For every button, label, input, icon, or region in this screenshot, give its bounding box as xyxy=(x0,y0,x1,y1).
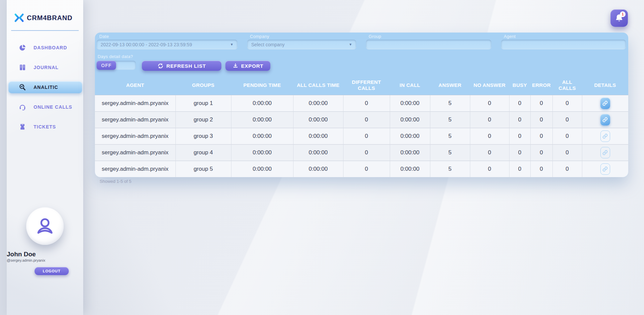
avatar xyxy=(26,207,64,245)
cell-agent: sergey.admin-adm.pryanix xyxy=(95,111,175,128)
cell-pending-time: 0:00:00 xyxy=(231,161,293,177)
cell-details xyxy=(582,111,628,128)
agents-table: AGENT GROUPS PENDING TIME ALL CALLS TIME… xyxy=(95,75,628,177)
sidebar-item-label: DASHBOARD xyxy=(34,45,67,50)
sidebar: CRM4BRAND DASHBOARD JOURNAL xyxy=(7,0,83,315)
table-row: sergey.admin-adm.pryanix group 2 0:00:00… xyxy=(95,111,628,128)
analytics-magnifier-icon xyxy=(19,84,26,91)
cell-busy: 0 xyxy=(509,128,530,144)
cell-all-calls: 0 xyxy=(552,111,582,128)
col-header-in-call: IN CALL xyxy=(390,75,430,95)
cell-busy: 0 xyxy=(509,111,530,128)
left-edge-strip xyxy=(0,0,7,315)
link-icon xyxy=(602,101,608,106)
export-label: EXPORT xyxy=(241,63,263,69)
filter-bar: Date 2022-09-13 00:00:00 - 2022-09-13 23… xyxy=(95,33,628,75)
cell-details xyxy=(582,95,628,111)
cell-no-answer: 0 xyxy=(470,111,509,128)
cell-all-calls: 0 xyxy=(552,161,582,177)
headset-icon xyxy=(19,103,26,111)
agents-table-wrap: AGENT GROUPS PENDING TIME ALL CALLS TIME… xyxy=(95,75,628,177)
col-header-error: ERROR xyxy=(530,75,552,95)
logout-button[interactable]: LOGOUT xyxy=(35,267,69,275)
toggle-off-knob: OFF xyxy=(97,61,116,70)
cell-error: 0 xyxy=(530,111,552,128)
cell-all-calls: 0 xyxy=(552,128,582,144)
details-link-button[interactable] xyxy=(600,147,610,158)
logo-divider xyxy=(11,30,79,31)
sidebar-item-tickets[interactable]: TICKETS xyxy=(8,121,82,133)
details-link-button[interactable] xyxy=(600,163,610,175)
details-link-button[interactable] xyxy=(600,114,610,125)
pie-chart-icon xyxy=(19,44,26,51)
user-handle: @sergey.admin.pryanix xyxy=(7,258,83,262)
cell-all-calls-time: 0:00:00 xyxy=(293,161,343,177)
agent-input[interactable] xyxy=(505,40,622,49)
table-row: sergey.admin-adm.pryanix group 4 0:00:00… xyxy=(95,144,628,161)
group-field xyxy=(366,40,491,49)
user-name: John Doe xyxy=(7,251,83,258)
cell-agent: sergey.admin-adm.pryanix xyxy=(95,95,175,111)
details-link-button[interactable] xyxy=(600,98,610,109)
cell-answer: 5 xyxy=(430,161,470,177)
col-header-agent: AGENT xyxy=(95,75,175,95)
cell-in-call: 0:00:00 xyxy=(390,111,430,128)
cell-pending-time: 0:00:00 xyxy=(231,111,293,128)
cell-answer: 5 xyxy=(430,95,470,111)
cell-in-call: 0:00:00 xyxy=(390,161,430,177)
link-icon xyxy=(602,117,608,122)
sidebar-item-online-calls[interactable]: ONLINE CALLS xyxy=(8,101,82,113)
link-icon xyxy=(602,166,608,172)
days-detail-toggle[interactable]: OFF xyxy=(97,61,136,70)
sidebar-item-label: ANALITIC xyxy=(34,85,58,90)
cell-answer: 5 xyxy=(430,144,470,161)
cell-group: group 4 xyxy=(175,144,231,161)
notifications-button[interactable]: 1 xyxy=(610,9,628,27)
export-button[interactable]: EXPORT xyxy=(225,61,270,71)
dropdown-arrow-icon: ▼ xyxy=(349,43,352,46)
link-icon xyxy=(602,150,608,155)
date-select[interactable]: 2022-09-13 00:00:00 - 2022-09-13 23:59:5… xyxy=(97,40,237,49)
date-label: Date xyxy=(99,34,109,39)
cell-all-calls-time: 0:00:00 xyxy=(293,111,343,128)
company-select[interactable]: Select company ▼ xyxy=(247,40,356,49)
sidebar-item-analitic[interactable]: ANALITIC xyxy=(8,81,82,93)
cell-details xyxy=(582,144,628,161)
agent-field xyxy=(501,40,626,49)
brand-logo: CRM4BRAND xyxy=(14,13,72,23)
cell-different-calls: 0 xyxy=(343,161,390,177)
sidebar-item-journal[interactable]: JOURNAL xyxy=(8,61,82,73)
cell-all-calls: 0 xyxy=(552,95,582,111)
group-input[interactable] xyxy=(370,40,487,49)
group-label: Group xyxy=(369,34,381,39)
refresh-list-button[interactable]: REFRESH LIST xyxy=(142,61,221,71)
date-value: 2022-09-13 00:00:00 - 2022-09-13 23:59:5… xyxy=(101,42,192,47)
col-header-details: DETAILS xyxy=(582,75,628,95)
cell-busy: 0 xyxy=(509,161,530,177)
cell-error: 0 xyxy=(530,161,552,177)
cell-agent: sergey.admin-adm.pryanix xyxy=(95,144,175,161)
col-header-pending-time: PENDING TIME xyxy=(231,75,293,95)
company-placeholder: Select company xyxy=(251,42,285,47)
col-header-all-calls: ALL CALLS xyxy=(552,75,582,95)
col-header-different-calls: DIFFERENT CALLS xyxy=(343,75,390,95)
cell-agent: sergey.admin-adm.pryanix xyxy=(95,161,175,177)
cell-group: group 1 xyxy=(175,95,231,111)
cell-in-call: 0:00:00 xyxy=(390,144,430,161)
table-header-row: AGENT GROUPS PENDING TIME ALL CALLS TIME… xyxy=(95,75,628,95)
col-header-groups: GROUPS xyxy=(175,75,231,95)
cell-details xyxy=(582,128,628,144)
refresh-list-label: REFRESH LIST xyxy=(166,63,206,69)
col-header-all-calls-time: ALL CALLS TIME xyxy=(293,75,343,95)
cell-details xyxy=(582,161,628,177)
cell-error: 0 xyxy=(530,128,552,144)
details-link-button[interactable] xyxy=(600,130,610,142)
cell-in-call: 0:00:00 xyxy=(390,95,430,111)
cell-busy: 0 xyxy=(509,144,530,161)
cell-in-call: 0:00:00 xyxy=(390,128,430,144)
cell-group: group 5 xyxy=(175,161,231,177)
cell-error: 0 xyxy=(530,95,552,111)
table-row: sergey.admin-adm.pryanix group 1 0:00:00… xyxy=(95,95,628,111)
cell-answer: 5 xyxy=(430,128,470,144)
sidebar-item-dashboard[interactable]: DASHBOARD xyxy=(8,42,82,54)
